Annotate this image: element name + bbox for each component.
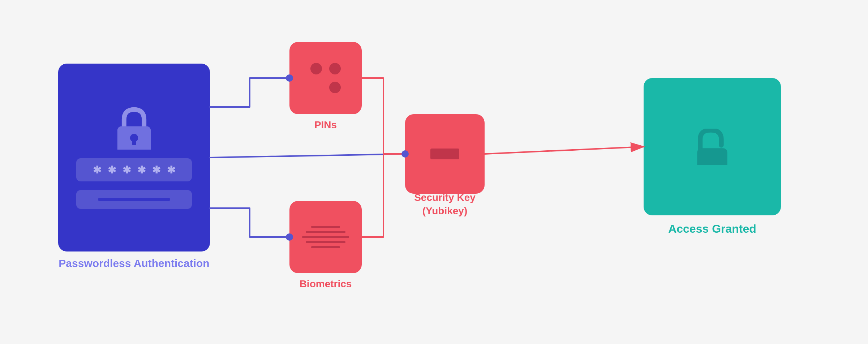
access-card-label: Access Granted	[668, 222, 756, 236]
auth-card-label: Passwordless Authentication	[59, 257, 209, 270]
pin-dot-4	[329, 82, 341, 93]
biometrics-card: Biometrics	[289, 201, 362, 273]
security-key-label: Security Key (Yubikey)	[414, 191, 476, 218]
access-card: Access Granted	[644, 78, 781, 215]
password-bar: ✱ ✱ ✱ ✱ ✱ ✱	[76, 158, 192, 181]
star-2: ✱	[108, 164, 116, 176]
fp-line-4	[306, 241, 345, 243]
star-4: ✱	[137, 164, 146, 176]
usb-icon	[430, 149, 459, 159]
lock-icon	[112, 106, 156, 150]
pin-dot-3	[310, 82, 322, 93]
svg-rect-3	[697, 148, 727, 165]
pins-card-label: PINs	[314, 119, 337, 131]
open-lock-icon	[694, 129, 730, 165]
auth-card-content: ✱ ✱ ✱ ✱ ✱ ✱	[73, 106, 195, 209]
pin-dot-2	[329, 63, 341, 74]
fp-line-3	[302, 236, 349, 238]
security-key-card: Security Key (Yubikey)	[405, 114, 485, 194]
star-1: ✱	[93, 164, 101, 176]
login-bar	[76, 190, 192, 209]
fp-line-2	[306, 231, 345, 233]
star-3: ✱	[123, 164, 131, 176]
star-6: ✱	[167, 164, 175, 176]
fp-line-5	[311, 246, 340, 248]
pin-dot-1	[310, 63, 322, 74]
fp-line-1	[311, 226, 340, 228]
login-line	[98, 198, 170, 201]
fingerprint-icon	[295, 219, 356, 255]
auth-card: ✱ ✱ ✱ ✱ ✱ ✱ Passwordless Authentication	[58, 64, 210, 251]
diagram: ✱ ✱ ✱ ✱ ✱ ✱ Passwordless Authentication …	[36, 27, 832, 317]
biometrics-card-label: Biometrics	[300, 278, 352, 290]
pins-card: PINs	[289, 42, 362, 114]
star-5: ✱	[152, 164, 160, 176]
pins-dots	[303, 56, 348, 100]
svg-rect-2	[132, 138, 136, 145]
